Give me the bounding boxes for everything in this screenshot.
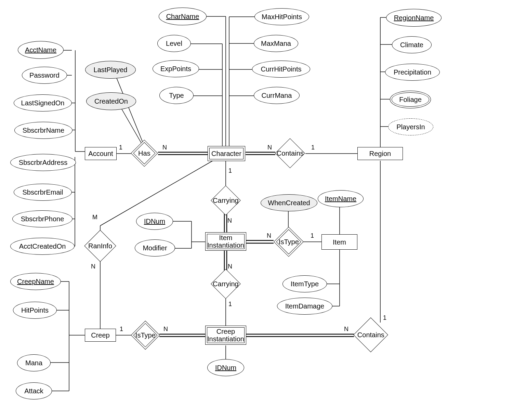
card-carrying-iteminst2: N [228,263,232,270]
attr-itemdamage: ItemDamage [277,298,332,315]
attr-type: Type [159,87,194,104]
attr-currmana: CurrMana [254,87,300,104]
attr-creepname: CreepName [10,273,61,290]
card-istype-creepinst: N [163,326,168,333]
attr-level: Level [157,35,191,52]
entity-item-instantiation: Item Instantiation [205,232,246,251]
entity-creep: Creep [85,329,116,342]
attr-itemtype: ItemType [282,275,327,292]
relationship-carrying-creep-label: Carrying [213,280,239,288]
card-iteminst-istype: N [267,233,271,239]
relationship-istype-item: IsType [274,227,304,257]
attr-climate: Climate [392,36,432,53]
relationship-raninfo: RanInfo [84,230,116,262]
attr-sbscrbraddress: SbscrbrAddress [10,154,76,171]
attr-exppoints: ExpPoints [153,60,199,77]
card-has-character: N [162,144,167,151]
card-creep-istype: 1 [120,326,123,333]
card-contains-region: 1 [311,144,315,151]
card-raninfo-creep: N [91,263,95,270]
card-account-has: 1 [119,144,122,151]
entity-item: Item [321,234,357,250]
attr-sbscrbrphone: SbscrbrPhone [12,210,73,227]
card-creepinst-carrying: 1 [228,301,232,308]
entity-account: Account [85,147,117,160]
attr-modifier: Modifier [135,239,175,257]
attr-lastplayed: LastPlayed [85,61,136,79]
svg-line-13 [118,103,144,147]
relationship-raninfo-label: RanInfo [88,242,112,250]
relationship-contains-creep-label: Contains [357,331,384,339]
card-carrying-iteminst: N [227,218,232,224]
entity-creep-instantiation: Creep Instantiation [205,326,246,345]
card-character-carrying: 1 [228,168,232,174]
attr-charname: CharName [159,8,207,25]
attr-regionname: RegionName [386,9,442,27]
attr-password: Password [22,67,67,84]
card-contains-region2: 1 [383,315,386,321]
relationship-has-label: Has [138,149,150,157]
entity-region: Region [357,147,403,160]
attr-idnum-creep: IDNum [207,359,244,376]
attr-idnum-item: IDNum [136,213,173,230]
relationship-carrying-char-label: Carrying [213,197,239,204]
attr-precipitation: Precipitation [385,64,440,81]
er-diagram-canvas: Account Character Region Creep Item Inst… [0,0,513,420]
relationship-has: Has [131,140,158,167]
attr-itemname: ItemName [318,190,364,207]
attr-acctname: AcctName [18,41,64,59]
relationship-istype-creep-label: IsType [135,331,156,339]
attr-mana: Mana [17,354,51,371]
attr-whencreated: WhenCreated [261,194,317,211]
relationship-contains-character: Contains [275,138,305,168]
attr-lastsignedon: LastSignedOn [14,94,72,111]
card-character-contains: N [267,144,272,151]
relationship-carrying-creep: Carrying [211,269,241,299]
attr-maxmana: MaxMana [254,35,298,52]
attr-currhitpoints: CurrHitPoints [252,61,310,78]
entity-character: Character [208,146,245,161]
attr-foliage: Foliage [390,91,431,108]
attr-createdon: CreatedOn [86,92,136,110]
relationship-contains-creepinst: Contains [353,317,388,352]
card-raninfo-char: M [92,214,97,221]
card-istype-item: 1 [311,233,314,239]
relationship-carrying-character: Carrying [211,185,241,215]
attr-attack: Attack [16,382,52,399]
attr-acctcreatedon: AcctCreatedOn [10,238,75,255]
relationship-contains-char-label: Contains [277,149,304,157]
relationship-istype-item-label: IsType [279,238,299,246]
attr-hitpoints: HitPoints [13,302,57,319]
attr-maxhitpoints: MaxHitPoints [254,8,309,25]
relationship-istype-creep: IsType [131,321,160,350]
attr-sbscrbrname: SbscrbrName [14,122,73,139]
card-creepinst-contains: N [344,326,348,333]
attr-playersin: PlayersIn [388,118,433,135]
attr-sbscrbremail: SbscrbrEmail [14,184,72,201]
